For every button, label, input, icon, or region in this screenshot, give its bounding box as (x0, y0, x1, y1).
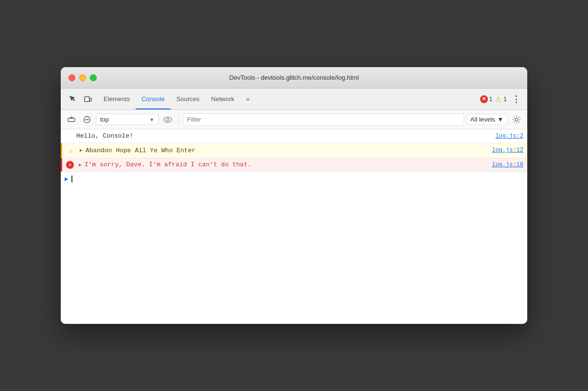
tab-network[interactable]: Network (206, 89, 241, 109)
console-location-info[interactable]: log.js:2 (495, 133, 523, 140)
tabs-right-controls: ✕ 1 ⚠ 1 ⋮ (480, 93, 523, 106)
warning-count: 1 (503, 96, 507, 103)
console-location-error[interactable]: log.js:16 (492, 161, 523, 168)
levels-selector[interactable]: All levels ▼ (466, 114, 508, 125)
error-icon: ✕ (480, 95, 488, 103)
tabs-list: Elements Console Sources Network » (98, 89, 480, 109)
devtools-tabbar: Elements Console Sources Network » ✕ 1 ⚠ (61, 89, 527, 110)
eye-icon (163, 117, 172, 123)
warning-expand-arrow[interactable]: ▶ (78, 147, 85, 154)
console-message-warning: Abandon Hope All Ye Who Enter (86, 147, 488, 154)
console-message-info: Hello, Console! (76, 132, 491, 140)
tab-more[interactable]: » (240, 89, 255, 109)
filter-box (183, 113, 464, 126)
warning-badge: ⚠ 1 (494, 95, 507, 103)
clear-icon (83, 116, 91, 124)
console-location-warning[interactable]: log.js:12 (492, 147, 523, 154)
levels-arrow-icon: ▼ (497, 116, 503, 123)
tab-sources[interactable]: Sources (171, 89, 206, 109)
console-input-row: ▶ (61, 172, 527, 186)
error-badge: ✕ 1 (480, 95, 493, 103)
tab-elements[interactable]: Elements (98, 89, 136, 109)
svg-rect-2 (68, 118, 75, 122)
svg-point-6 (164, 117, 172, 122)
filter-input[interactable] (183, 116, 464, 123)
traffic-lights (69, 74, 97, 81)
gear-icon (512, 115, 521, 124)
console-row-warning: ⚠ ▶ Abandon Hope All Ye Who Enter log.js… (61, 143, 527, 158)
error-count: 1 (489, 96, 493, 103)
devtools-more-button[interactable]: ⋮ (509, 93, 523, 106)
context-arrow-icon: ▼ (149, 117, 155, 123)
eye-button[interactable] (161, 113, 174, 126)
titlebar: DevTools - devtools.glitch.me/console/lo… (61, 67, 527, 89)
svg-point-8 (515, 118, 518, 121)
settings-button[interactable] (510, 113, 523, 126)
console-message-error: I'm sorry, Dave. I'm afraid I can't do t… (85, 161, 488, 168)
warning-icon: ⚠ (494, 95, 502, 103)
console-output: Hello, Console! log.js:2 ⚠ ▶ Abandon Hop… (61, 129, 527, 324)
context-selector[interactable]: top ▼ (96, 114, 159, 125)
minimize-button[interactable] (79, 74, 86, 81)
console-prompt-icon[interactable]: ▶ (65, 175, 69, 183)
eye-create-icon (68, 116, 75, 124)
cursor-icon (68, 95, 77, 104)
device-toolbar-button[interactable] (80, 91, 96, 107)
close-button[interactable] (69, 74, 75, 81)
svg-point-7 (167, 118, 169, 121)
svg-rect-3 (70, 117, 72, 118)
error-circle-icon: ✕ (66, 161, 74, 169)
svg-rect-0 (85, 97, 89, 102)
window-title: DevTools - devtools.glitch.me/console/lo… (229, 74, 359, 81)
device-icon (84, 95, 92, 104)
warning-triangle-icon: ⚠ (66, 145, 76, 155)
devtools-window: DevTools - devtools.glitch.me/console/lo… (61, 67, 527, 324)
console-row-error: ✕ ▶ I'm sorry, Dave. I'm afraid I can't … (61, 158, 527, 172)
maximize-button[interactable] (90, 74, 97, 81)
console-cursor (71, 176, 72, 182)
svg-rect-1 (89, 98, 91, 101)
console-row-info: Hello, Console! log.js:2 (61, 129, 527, 143)
clear-console-button[interactable] (80, 113, 94, 126)
context-value: top (100, 116, 109, 123)
console-toolbar: top ▼ All levels ▼ (61, 110, 527, 129)
error-expand-arrow[interactable]: ▶ (77, 161, 84, 168)
inspect-element-button[interactable] (65, 91, 80, 107)
toolbar-divider (178, 114, 179, 125)
levels-label: All levels (470, 116, 495, 123)
tab-console[interactable]: Console (136, 89, 171, 109)
create-live-expression-button[interactable] (65, 113, 78, 126)
